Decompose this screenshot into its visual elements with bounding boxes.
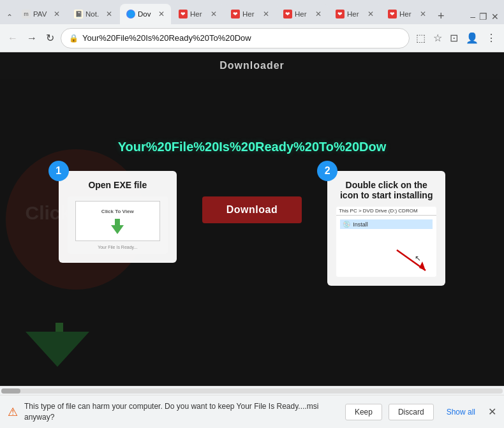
tab-her5-label: Her xyxy=(399,10,417,18)
tab-her1[interactable]: ❤ Her ✕ xyxy=(172,4,223,24)
tab-her3[interactable]: ❤ Her ✕ xyxy=(277,4,328,24)
bookmark-button[interactable]: ☆ xyxy=(431,29,445,47)
tab-her1-close[interactable]: ✕ xyxy=(211,10,217,18)
main-content-area: Your%20File%20Is%20Ready%20To%20Dow 1 Op… xyxy=(0,52,504,386)
show-all-button[interactable]: Show all xyxy=(440,404,482,420)
step1-inner-box: Click To View xyxy=(75,201,160,241)
install-label: Install xyxy=(353,221,368,228)
tab-pav[interactable]: m PAV ✕ xyxy=(15,4,66,24)
tab-her5[interactable]: ❤ Her ✕ xyxy=(382,4,433,24)
svg-marker-1 xyxy=(419,262,426,270)
red-arrow-svg xyxy=(390,244,435,276)
tab-her2-label: Her xyxy=(242,10,260,18)
close-window-button[interactable]: ✕ xyxy=(491,11,499,22)
step1-caption: Your File Is Ready... xyxy=(98,245,137,249)
bottom-bar: ⚠ This type of file can harm your comput… xyxy=(0,395,504,428)
tab-her1-label: Her xyxy=(190,10,208,18)
steps-container: 1 Open EXE file Click To View Your xyxy=(59,171,445,286)
download-button-container: Download xyxy=(202,171,302,223)
page-content: Click To View Downloader Your%20File%20I… xyxy=(0,52,504,386)
tab-not-close[interactable]: ✕ xyxy=(106,10,112,18)
tab-bar: ⌃ m PAV ✕ 📓 Not. ✕ 🌐 Dov ✕ ❤ Her ✕ ❤ Her xyxy=(0,0,504,24)
address-bar[interactable]: 🔒 Your%20File%20Is%20Ready%20To%20Dow xyxy=(61,28,410,48)
install-row: 💿 Install xyxy=(340,219,433,229)
step1-inner-img: Click To View Your File Is Ready... xyxy=(68,196,168,254)
tab-not-favicon: 📓 xyxy=(74,10,83,18)
tab-her4[interactable]: ❤ Her ✕ xyxy=(329,4,380,24)
tab-dov-favicon: 🌐 xyxy=(126,10,135,18)
menu-button[interactable]: ⋮ xyxy=(484,29,499,47)
scroll-thumb[interactable] xyxy=(1,388,20,394)
download-button[interactable]: Download xyxy=(202,196,302,223)
forward-button[interactable]: → xyxy=(24,30,40,47)
page-title: Your%20File%20Is%20Ready%20To%20Dow xyxy=(118,140,387,154)
tab-not-label: Not. xyxy=(85,10,103,18)
tab-her2[interactable]: ❤ Her ✕ xyxy=(225,4,276,24)
tab-pav-label: PAV xyxy=(33,10,51,18)
minimize-button[interactable]: – xyxy=(470,11,475,22)
tab-her3-close[interactable]: ✕ xyxy=(315,10,322,18)
address-text: Your%20File%20Is%20Ready%20To%20Dow xyxy=(82,33,401,43)
tab-her2-favicon: ❤ xyxy=(231,10,240,18)
profile-button[interactable]: 👤 xyxy=(463,29,481,47)
tab-not[interactable]: 📓 Not. ✕ xyxy=(68,4,119,24)
tab-her4-label: Her xyxy=(347,10,365,18)
new-tab-button[interactable]: + xyxy=(434,10,448,23)
tab-her4-favicon: ❤ xyxy=(336,10,345,18)
step1-arrow-icon xyxy=(111,219,124,234)
back-button[interactable]: ← xyxy=(5,30,20,47)
tab-dov-close[interactable]: ✕ xyxy=(158,10,165,18)
scroll-track[interactable] xyxy=(1,388,503,394)
explorer-path: This PC > DVD Drive (D:) CDROM xyxy=(336,207,436,216)
browser-toolbar: ← → ↻ 🔒 Your%20File%20Is%20Ready%20To%20… xyxy=(0,24,504,52)
scrollbar-area xyxy=(0,386,504,395)
tab-her5-close[interactable]: ✕ xyxy=(420,10,426,18)
tab-her5-favicon: ❤ xyxy=(388,10,397,18)
step2-number: 2 xyxy=(317,161,337,181)
tab-her4-close[interactable]: ✕ xyxy=(367,10,374,18)
step2-title: Double click on the icon to start instal… xyxy=(336,180,436,200)
keep-button[interactable]: Keep xyxy=(345,404,382,420)
extensions-button[interactable]: ⊡ xyxy=(447,29,461,47)
browser-frame: ⌃ m PAV ✕ 📓 Not. ✕ 🌐 Dov ✕ ❤ Her ✕ ❤ Her xyxy=(0,0,504,428)
tab-pav-close[interactable]: ✕ xyxy=(54,10,60,18)
cursor-icon: ↖ xyxy=(415,254,421,263)
step2-inner-img: This PC > DVD Drive (D:) CDROM 💿 Install xyxy=(336,207,436,277)
step2-image: This PC > DVD Drive (D:) CDROM 💿 Install xyxy=(336,207,436,277)
toolbar-icons: ⬚ ☆ ⊡ 👤 ⋮ xyxy=(413,29,499,47)
step1-image: Click To View Your File Is Ready... xyxy=(68,196,168,254)
restore-button[interactable]: ❐ xyxy=(479,11,487,22)
refresh-button[interactable]: ↻ xyxy=(43,29,57,47)
discard-button[interactable]: Discard xyxy=(389,404,434,420)
tab-her3-favicon: ❤ xyxy=(283,10,292,18)
step2-card: 2 Double click on the icon to start inst… xyxy=(327,171,445,286)
step1-title: Open EXE file xyxy=(68,180,168,190)
tab-her2-close[interactable]: ✕ xyxy=(263,10,269,18)
install-icon: 💿 xyxy=(343,221,350,228)
warning-text: This type of file can harm your computer… xyxy=(24,401,339,423)
tab-pav-favicon: m xyxy=(22,10,31,18)
step1-inner-label: Click To View xyxy=(101,209,134,214)
step1-card: 1 Open EXE file Click To View Your xyxy=(59,171,177,263)
warning-icon: ⚠ xyxy=(8,405,18,419)
tab-dov[interactable]: 🌐 Dov ✕ xyxy=(120,4,171,24)
tab-her1-favicon: ❤ xyxy=(179,10,188,18)
tab-dov-label: Dov xyxy=(138,10,156,18)
step1-number: 1 xyxy=(48,161,69,181)
cast-button[interactable]: ⬚ xyxy=(413,29,428,47)
close-download-bar-button[interactable]: ✕ xyxy=(488,406,496,418)
tab-list-chevron[interactable]: ⌃ xyxy=(5,13,14,22)
tab-her3-label: Her xyxy=(295,10,313,18)
lock-icon: 🔒 xyxy=(69,34,78,43)
